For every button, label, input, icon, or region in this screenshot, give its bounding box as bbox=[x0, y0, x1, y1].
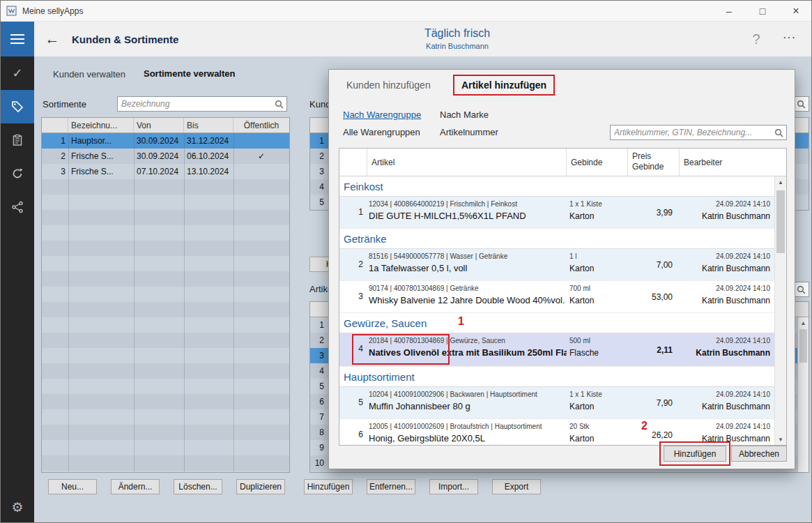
column-header-von[interactable]: Von bbox=[134, 118, 184, 132]
group-header-hauptsortiment: Hauptsortiment bbox=[339, 367, 786, 387]
row-number: 5 bbox=[310, 197, 328, 207]
add-dialog: Kunden hinzufügen Artikel hinzufügen Nac… bbox=[328, 69, 795, 469]
column-header-gebinde[interactable]: Gebinde bbox=[567, 149, 628, 176]
sync-icon[interactable] bbox=[1, 157, 34, 190]
column-header-bearbeiter[interactable]: Bearbeiter bbox=[680, 149, 786, 176]
scrollbar-thumb[interactable] bbox=[776, 190, 785, 253]
dialog-scrollbar[interactable]: ▲ ▼ bbox=[774, 176, 786, 445]
column-header-num[interactable] bbox=[42, 118, 68, 132]
scroll-down-icon[interactable]: ▼ bbox=[775, 434, 786, 445]
dialog-tab-artikel[interactable]: Artikel hinzufügen bbox=[461, 79, 546, 91]
row-oeffentlich-check: ✓ bbox=[233, 151, 289, 161]
article-row[interactable]: 1 12034 | 4008664000219 | Frischmilch | … bbox=[339, 197, 786, 229]
edit-date: 24.09.2024 14:10 bbox=[680, 285, 770, 292]
row-bezeichnung: Frische S... bbox=[68, 167, 134, 176]
row-number: 3 bbox=[310, 167, 328, 176]
scroll-up-icon[interactable]: ▲ bbox=[798, 317, 809, 328]
row-number: 2 bbox=[310, 151, 328, 161]
close-icon[interactable]: × bbox=[779, 1, 812, 21]
column-header-preis-gebinde[interactable]: Preis Gebinde bbox=[628, 149, 680, 176]
dialog-tab-kunden[interactable]: Kunden hinzufügen bbox=[346, 79, 431, 91]
tab-kunden-verwalten[interactable]: Kunden verwalten bbox=[53, 69, 125, 79]
import-button[interactable]: Import... bbox=[429, 479, 478, 494]
network-icon[interactable] bbox=[1, 190, 34, 224]
scroll-up-icon[interactable]: ▲ bbox=[775, 176, 786, 188]
dialog-abbrechen-button[interactable]: Abbrechen bbox=[731, 446, 787, 462]
gebinde-detail: 20 Stk bbox=[569, 423, 628, 430]
tab-sortimente-verwalten[interactable]: Sortimente verwalten bbox=[144, 68, 236, 79]
edit-user: Katrin Buschmann bbox=[680, 296, 770, 305]
row-bezeichnung: Frische S... bbox=[68, 151, 134, 161]
article-row[interactable]: 2 81516 | 5449000057778 | Wasser | Geträ… bbox=[339, 249, 786, 281]
price-value: 7,90 bbox=[628, 387, 680, 418]
row-bezeichnung: Hauptsor... bbox=[68, 136, 134, 146]
loeschen-button[interactable]: Löschen... bbox=[174, 479, 222, 494]
price-value: 2,11 bbox=[628, 333, 680, 366]
context-title: Täglich frisch bbox=[349, 27, 565, 40]
row-number: 1 bbox=[310, 136, 328, 146]
row-number: 5 bbox=[310, 381, 328, 391]
column-header-oeffentlich[interactable]: Öffentlich bbox=[233, 118, 289, 132]
clipboard-icon[interactable] bbox=[1, 123, 34, 157]
filter-alle-warengruppen[interactable]: Alle Warengruppen bbox=[343, 127, 420, 137]
edit-date: 24.09.2024 14:10 bbox=[680, 391, 770, 398]
page-title: Kunden & Sortimente bbox=[72, 33, 178, 45]
group-label: Hauptsortiment bbox=[344, 371, 415, 383]
customers-sortiments-icon[interactable] bbox=[1, 90, 34, 123]
table-row[interactable]: 2 Frische S... 30.09.2024 06.10.2024 ✓ bbox=[42, 149, 289, 164]
more-icon[interactable]: ··· bbox=[783, 31, 796, 44]
row-number: 5 bbox=[339, 387, 367, 418]
hinzufuegen-button[interactable]: Hinzufügen bbox=[304, 479, 353, 494]
scrollbar-thumb[interactable] bbox=[799, 329, 807, 363]
column-header-artikel[interactable]: Artikel bbox=[367, 149, 567, 176]
context-block: Täglich frisch Katrin Buschmann bbox=[349, 27, 565, 50]
export-button[interactable]: Export bbox=[492, 479, 541, 494]
dialog-search-input[interactable] bbox=[611, 128, 774, 137]
neu-button[interactable]: Neu... bbox=[48, 479, 97, 494]
minimize-icon[interactable]: – bbox=[712, 1, 746, 21]
search-icon[interactable] bbox=[275, 100, 284, 109]
column-header-num[interactable] bbox=[339, 149, 367, 176]
article-name: Whisky Balvenie 12 Jahre Double Wood 40%… bbox=[369, 295, 565, 305]
column-header-bis[interactable]: Bis bbox=[184, 118, 233, 132]
row-number: 10 bbox=[310, 458, 328, 468]
row-number: 1 bbox=[42, 136, 68, 146]
edit-date: 24.09.2024 14:10 bbox=[680, 423, 770, 430]
filter-nach-marke[interactable]: Nach Marke bbox=[440, 109, 489, 120]
help-icon[interactable]: ? bbox=[746, 29, 766, 49]
back-button[interactable]: ← bbox=[43, 29, 62, 49]
artikel-scrollbar[interactable]: ▲ bbox=[797, 317, 809, 472]
column-header-bezeichnung[interactable]: Bezeichnu... bbox=[68, 118, 134, 132]
row-number: 3 bbox=[310, 351, 328, 361]
article-name: Honig, Gebirgsblüte 20X0,5L bbox=[369, 433, 565, 444]
duplizieren-button[interactable]: Duplizieren bbox=[236, 479, 285, 494]
annotation-step-1: 1 bbox=[458, 315, 464, 328]
app-window: Meine sellyApps – □ × ← Kunden & Sortime… bbox=[0, 0, 812, 523]
aendern-button[interactable]: Ändern... bbox=[111, 479, 160, 494]
gebinde-detail: 1 l bbox=[569, 252, 628, 260]
table-row[interactable]: 1 Hauptsor... 30.09.2024 31.12.2024 bbox=[42, 133, 289, 149]
search-icon[interactable] bbox=[797, 100, 806, 109]
article-row-selected[interactable]: 4 20184 | 4007801304869 | Gewürze, Sauce… bbox=[339, 333, 786, 367]
article-name: 1a Tafelwasser 0,5 l, voll bbox=[369, 263, 565, 273]
table-row[interactable]: 3 Frische S... 07.10.2024 13.10.2024 bbox=[42, 164, 289, 179]
tasks-icon[interactable]: ✓ bbox=[1, 56, 34, 90]
filter-artikelnummer[interactable]: Artikelnummer bbox=[440, 127, 498, 137]
gear-icon[interactable]: ⚙ bbox=[1, 490, 34, 523]
row-number: 4 bbox=[310, 182, 328, 192]
maximize-icon[interactable]: □ bbox=[746, 1, 779, 21]
article-row[interactable]: 5 10204 | 4100910002906 | Backwaren | Ha… bbox=[339, 387, 786, 419]
gebinde-value: Flasche bbox=[569, 348, 628, 358]
entfernen-button[interactable]: Entfernen... bbox=[367, 479, 415, 494]
gebinde-detail: 700 ml bbox=[569, 285, 628, 292]
menu-button[interactable] bbox=[1, 22, 34, 56]
gebinde-value: Karton bbox=[569, 296, 628, 305]
search-icon[interactable] bbox=[774, 128, 783, 137]
article-row[interactable]: 3 90174 | 4007801304869 | Getränke Whisk… bbox=[339, 281, 786, 313]
dialog-hinzufuegen-button[interactable]: Hinzufügen bbox=[664, 446, 726, 462]
row-number: 4 bbox=[339, 333, 367, 366]
filter-nach-warengruppe[interactable]: Nach Warengruppe bbox=[343, 109, 421, 120]
row-number: 2 bbox=[310, 335, 328, 345]
sortimente-search-input[interactable] bbox=[118, 99, 275, 109]
search-icon[interactable] bbox=[797, 285, 806, 294]
